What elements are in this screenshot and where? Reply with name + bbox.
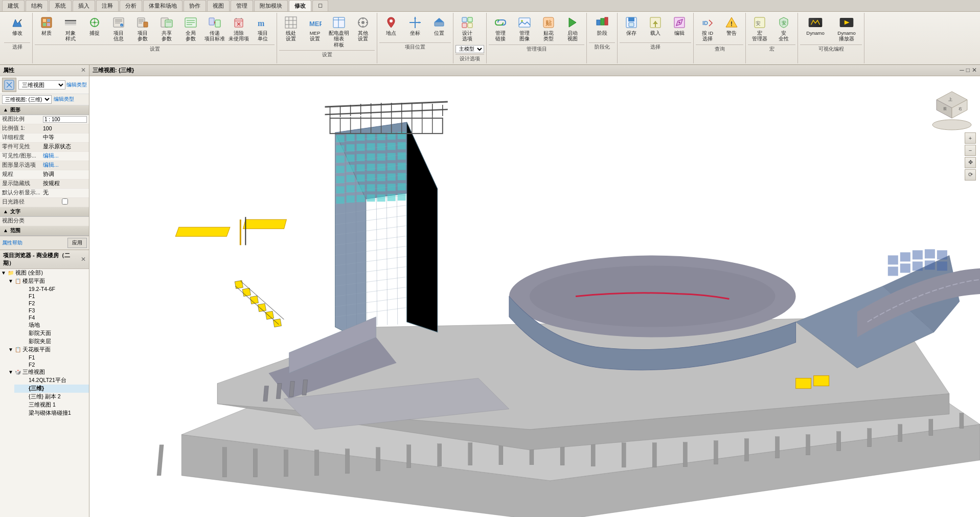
section-range-header[interactable]: ▲ 范围 (0, 226, 89, 236)
unit-button[interactable]: m 项目单位 (251, 14, 275, 43)
tree-item-cinema-ceiling[interactable]: 影院天面 (14, 329, 89, 338)
macro-manager-button[interactable]: 安 宏管理器 (748, 14, 771, 43)
mep-settings-button[interactable]: MEP MEP设置 (303, 14, 327, 43)
coordinate-button[interactable]: 坐标 (403, 14, 427, 41)
prop-gd-edit-btn[interactable]: 编辑... (43, 162, 87, 169)
section-graphics-header[interactable]: ▲ 图形 (0, 105, 89, 115)
tab-structure[interactable]: 结构 (26, 0, 48, 11)
tree-item-site[interactable]: 场地 (14, 321, 89, 329)
project-browser-close-button[interactable]: ✕ (81, 256, 86, 263)
tree-item-ceiling-F1[interactable]: F1 (14, 354, 89, 361)
tree-item-beam-wall[interactable]: 梁与砌体墙碰撞1 (14, 409, 89, 417)
properties-help-link[interactable]: 属性帮助 (2, 239, 22, 246)
tree-item-F1[interactable]: F1 (14, 293, 89, 300)
tree-children-3d: 14.2QLT21平台 {三维} {三维} 副本 2 三维视图 (7, 376, 89, 417)
auto-action-button[interactable]: 启动视图 (561, 14, 584, 43)
orbit-button[interactable]: ⟳ (965, 169, 976, 181)
tab-modify[interactable]: 修改 (289, 0, 311, 11)
view-cube[interactable]: 上 前 右 (929, 81, 975, 127)
shared-params-button[interactable]: 共享参数 (155, 14, 178, 43)
tab-addon[interactable]: 附加模块 (254, 0, 288, 11)
tab-massing[interactable]: 体量和场地 (143, 0, 183, 11)
ribbon-group-phase: 阶段 阶段化 (587, 13, 618, 63)
sticker-type-button[interactable]: 贴 贴花类型 (537, 14, 560, 43)
tab-insert[interactable]: 插入 (73, 0, 95, 11)
tab-collaborate[interactable]: 协作 (184, 0, 206, 11)
main-model-dropdown[interactable]: 主模型 (455, 45, 484, 53)
sun-path-checkbox[interactable] (43, 198, 87, 205)
dynamo-button[interactable]: Dynamo (800, 14, 831, 41)
tree-item-3d-main[interactable]: {三维} (14, 385, 89, 393)
zoom-in-button[interactable]: + (965, 132, 976, 144)
other-settings-button[interactable]: 其他设置 (351, 14, 375, 43)
transfer-button[interactable]: 传递项目标准 (203, 14, 226, 43)
tab-view[interactable]: 视图 (207, 0, 230, 11)
security-button[interactable]: 安 安全性 (772, 14, 795, 43)
view-scale-input[interactable] (43, 116, 87, 123)
tree-item-3d-copy2[interactable]: {三维} 副本 2 (14, 393, 89, 401)
manage-links-button[interactable]: 管理链接 (489, 14, 512, 43)
object-style-button[interactable]: 对象样式 (59, 14, 82, 43)
group-settings-label: 设置 (35, 44, 275, 53)
svg-rect-100 (346, 449, 350, 474)
manage-image-button[interactable]: 管理图像 (513, 14, 536, 43)
tab-manage[interactable]: 管理 (231, 0, 253, 11)
tab-analyze[interactable]: 分析 (120, 0, 142, 11)
navigation-bar: + − ✥ ⟳ (965, 132, 976, 181)
tree-item-cinema-attic[interactable]: 影院夹层 (14, 338, 89, 346)
tree-item-views-all[interactable]: ▼ 📁 视图 (全部) (0, 269, 89, 277)
view-name-dropdown[interactable]: 三维视图 (18, 80, 65, 89)
ribbon-group-mep: 线处设置 MEP MEP设置 配电盘明细表样板 (277, 13, 377, 63)
all-params-button[interactable]: 全局参数 (179, 14, 202, 43)
tree-item-F2[interactable]: F2 (14, 300, 89, 307)
properties-apply-button[interactable]: 应用 (67, 238, 87, 248)
tree-item-3d-view1[interactable]: 三维视图 1 (14, 401, 89, 409)
grid-settings-button[interactable]: 线处设置 (279, 14, 303, 43)
tab-extra[interactable]: ◻ (312, 0, 328, 11)
view-type-dropdown[interactable]: 三维视图: (三维) (2, 95, 52, 104)
section-graphics-label: 图形 (10, 106, 20, 114)
design-options-button[interactable]: 设计选项 (455, 14, 479, 43)
tree-item-3d-views[interactable]: ▼ 🎲 三维视图 (7, 368, 89, 376)
tree-item-floor-plans[interactable]: ▼ 📋 楼层平面 (7, 277, 89, 285)
by-id-button[interactable]: ID 按 ID选择 (696, 14, 719, 43)
tab-annotate[interactable]: 注释 (96, 0, 119, 11)
edit-select-button[interactable]: 编辑 (668, 14, 691, 41)
tree-item-14.2QLT21[interactable]: 14.2QLT21平台 (14, 376, 89, 385)
tab-systems[interactable]: 系统 (49, 0, 72, 11)
load-select-button[interactable]: 载入 (644, 14, 667, 41)
pan-button[interactable]: ✥ (965, 157, 976, 168)
prop-vg-edit-btn[interactable]: 编辑... (43, 152, 87, 160)
phase-button[interactable]: 阶段 (590, 14, 614, 41)
viewport-minimize-button[interactable]: ─ (960, 66, 964, 74)
warning-button[interactable]: ! 警告 (720, 14, 743, 41)
snapping-button[interactable]: 捕捉 (83, 14, 106, 41)
properties-close-button[interactable]: ✕ (81, 66, 86, 74)
project-info-button[interactable]: i 项目信息 (107, 14, 130, 43)
unused-button[interactable]: 清除未使用项 (227, 14, 250, 43)
location-button[interactable]: 地点 (379, 14, 403, 41)
edit-type-button[interactable]: 编辑类型 (66, 81, 87, 88)
tab-architecture[interactable]: 建筑 (2, 0, 25, 11)
section-text-header[interactable]: ▲ 文字 (0, 207, 89, 217)
tree-item-ceiling-F2[interactable]: F2 (14, 361, 89, 368)
panel-schedule-button[interactable]: 配电盘明细表样板 (327, 14, 351, 49)
tree-item-F3[interactable]: F3 (14, 307, 89, 314)
tree-item-19.2[interactable]: 19.2-T4-6F (14, 285, 89, 293)
position-button[interactable]: 位置 (427, 14, 451, 41)
tree-item-F4[interactable]: F4 (14, 314, 89, 321)
auto-action-label: 启动视图 (567, 30, 578, 42)
modify-button[interactable]: 修改 (6, 14, 29, 41)
material-button[interactable]: 材质 (35, 14, 58, 41)
viewport-canvas[interactable]: 上 前 右 + − ✥ ⟳ (89, 76, 980, 517)
svg-marker-60 (435, 18, 444, 22)
prop-view-scale-value[interactable] (43, 116, 87, 123)
viewport-close-button[interactable]: ✕ (972, 66, 977, 74)
viewport-maximize-button[interactable]: □ (966, 66, 970, 74)
tree-item-ceiling-plans[interactable]: ▼ 📋 天花板平面 (7, 346, 89, 354)
dynamo-player-button[interactable]: Dynamo播放器 (831, 14, 862, 43)
zoom-out-button[interactable]: − (965, 145, 976, 156)
save-select-button[interactable]: 保存 (620, 14, 643, 41)
edit-type-link[interactable]: 编辑类型 (54, 96, 74, 103)
project-params-button[interactable]: 项目参数 (131, 14, 154, 43)
